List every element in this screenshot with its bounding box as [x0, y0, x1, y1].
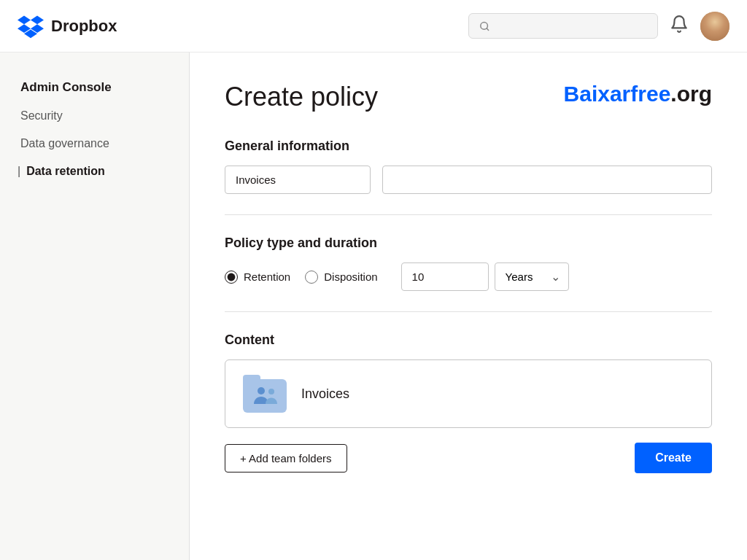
sidebar-item-data-governance[interactable]: Data governance: [0, 130, 189, 158]
avatar[interactable]: [700, 12, 729, 41]
brand-name: Dropbox: [51, 17, 117, 36]
svg-point-3: [268, 389, 274, 394]
actions-row: + Add team folders Create: [225, 443, 712, 473]
sidebar-item-data-retention[interactable]: | Data retention: [0, 158, 189, 185]
brand-blue-text: Baixarfree: [564, 82, 671, 106]
radio-disposition-input[interactable]: [305, 271, 318, 284]
radio-retention-label: Retention: [244, 271, 290, 283]
page-header: Create policy Baixarfree.org: [225, 82, 712, 112]
search-input[interactable]: [495, 20, 647, 32]
topnav-left: Dropbox: [18, 13, 117, 39]
folder-body: [243, 379, 287, 413]
avatar-image: [700, 12, 729, 41]
policy-name-input[interactable]: [225, 166, 371, 194]
add-team-folders-button[interactable]: + Add team folders: [225, 444, 347, 472]
topnav: Dropbox: [0, 0, 747, 52]
radio-group: Retention Disposition: [225, 271, 378, 284]
brand-watermark: Baixarfree.org: [564, 82, 712, 106]
sidebar: Admin Console Security Data governance |…: [0, 52, 190, 560]
topnav-right: [468, 12, 729, 41]
content-folder-name: Invoices: [301, 386, 349, 402]
duration-group: Days Months Years: [401, 262, 569, 291]
svg-point-2: [258, 387, 265, 394]
main-content: Create policy Baixarfree.org General inf…: [190, 52, 747, 560]
policy-type-title: Policy type and duration: [225, 236, 712, 251]
content-title: Content: [225, 332, 712, 348]
radio-disposition[interactable]: Disposition: [305, 271, 377, 284]
radio-disposition-label: Disposition: [324, 271, 377, 283]
bell-icon[interactable]: [670, 15, 689, 38]
svg-line-1: [487, 28, 489, 30]
dropbox-logo[interactable]: Dropbox: [18, 13, 117, 39]
search-bar[interactable]: [468, 13, 658, 39]
layout: Admin Console Security Data governance |…: [0, 52, 747, 560]
brand-black-text: .org: [670, 82, 712, 106]
content-folder-box: Invoices: [225, 359, 712, 428]
general-info-section: General information: [225, 139, 712, 194]
radio-retention-input[interactable]: [225, 271, 238, 284]
general-info-title: General information: [225, 139, 712, 154]
sidebar-item-security[interactable]: Security: [0, 102, 189, 130]
radio-retention[interactable]: Retention: [225, 271, 290, 284]
pipe-decoration: |: [18, 165, 20, 178]
policy-type-section: Policy type and duration Retention Dispo…: [225, 236, 712, 291]
divider-2: [225, 311, 712, 312]
create-button[interactable]: Create: [635, 443, 712, 473]
divider-1: [225, 214, 712, 215]
people-icon: [252, 385, 278, 405]
folder-icon: [243, 375, 287, 413]
policy-description-input[interactable]: [382, 166, 712, 194]
duration-unit-wrapper: Days Months Years: [495, 262, 569, 291]
search-icon: [479, 20, 489, 32]
duration-unit-select[interactable]: Days Months Years: [495, 262, 569, 291]
policy-type-row: Retention Disposition Days Months Years: [225, 262, 712, 291]
page-title: Create policy: [225, 82, 378, 112]
content-section: Content: [225, 332, 712, 473]
folder-people: [252, 385, 278, 405]
general-info-fields: [225, 166, 712, 194]
duration-value-input[interactable]: [401, 262, 489, 291]
sidebar-item-admin-console[interactable]: Admin Console: [0, 70, 189, 102]
